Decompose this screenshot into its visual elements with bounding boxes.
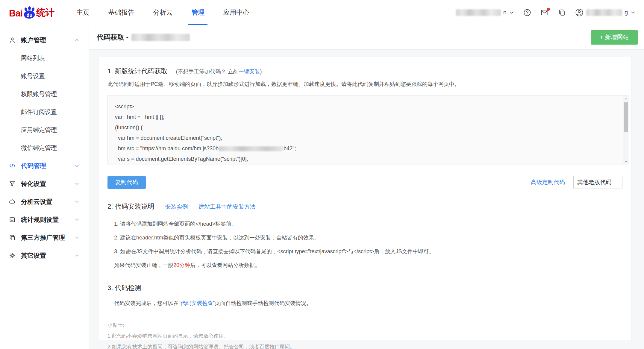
sidebar-item-label: 代码管理: [21, 162, 46, 170]
sidebar-item-app-binding[interactable]: 应用绑定管理: [0, 121, 89, 139]
help-icon: [523, 8, 531, 17]
nav-item-analytics-cloud[interactable]: 分析云: [153, 0, 173, 25]
chevron-down-icon: [74, 199, 80, 204]
sidebar: 账户管理 网站列表 账号设置 权限账号管理 邮件订阅设置 应用绑定管理 微信绑定…: [0, 25, 89, 349]
chevron-down-icon: [74, 235, 80, 240]
scroll-up-arrow-icon[interactable]: ▲: [623, 96, 629, 101]
sidebar-item-email-subscription[interactable]: 邮件订阅设置: [0, 103, 89, 121]
sidebar-item-label: 其它设置: [21, 251, 46, 260]
help-button[interactable]: [523, 8, 532, 17]
multi-account-button[interactable]: [557, 8, 566, 17]
sidebar-item-label: 分析云设置: [21, 198, 52, 206]
copy-icon: [8, 234, 16, 242]
tips-item: 1.此代码不会影响您网站页面的显示，请您放心使用。: [107, 331, 622, 342]
twenty-minutes-highlight: 20分钟: [173, 262, 190, 268]
site-builder-install-link[interactable]: 建站工具中的安装方法: [198, 203, 255, 211]
section1-header: 1. 新版统计代码获取 (不想手工添加代码？ 立刻一键安装): [107, 67, 622, 76]
copy-accounts-icon: [558, 8, 566, 17]
unread-badge-dot: [547, 8, 550, 11]
nav-item-app-center[interactable]: 应用中心: [223, 0, 249, 25]
code-install-check-link[interactable]: 代码安装检查: [181, 300, 213, 306]
logo-text-tongji: 统计: [36, 6, 54, 19]
scroll-down-arrow-icon[interactable]: ▼: [623, 159, 629, 164]
sidebar-item-analytics-cloud-settings[interactable]: 分析云设置: [0, 193, 89, 211]
redacted-site-name: [456, 9, 501, 16]
install-instructions: 1. 请将代码添加到网站全部页面的</head>标签前。 2. 建议在heade…: [114, 217, 622, 272]
install-step: 3. 如需在JS文件中调用统计分析代码，请直接去掉以下代码首尾的，<script…: [114, 245, 622, 258]
section1-description: 此代码同时适用于PC端、移动端的页面，以异步加载形式进行加载，数据更准确、加载速…: [107, 81, 622, 88]
sidebar-item-other-settings[interactable]: 其它设置: [0, 247, 89, 265]
sidebar-item-label: 第三方推广管理: [21, 233, 65, 242]
nav-item-home[interactable]: 主页: [76, 0, 90, 25]
code-actions-row: 复制代码 高级定制代码 其他老版代码: [107, 176, 622, 189]
rules-document-icon: [8, 216, 16, 224]
code-line: <script>: [115, 101, 617, 112]
install-step: 2. 建议在header.htm类似的页头模板页面中安装，以达到一处安装，全站皆…: [114, 231, 622, 245]
code-icon: [8, 162, 16, 170]
top-navbar: Bai du 统计 主页 基础报告 分析云 管理 应用中心 n: [0, 0, 644, 25]
site-switcher-dropdown[interactable]: n: [456, 9, 514, 16]
sidebar-item-label: 统计规则设置: [21, 216, 59, 224]
user-name-tail: g: [625, 9, 628, 16]
code-line: var s = document.getElementsByTagName("s…: [115, 154, 617, 164]
sidebar-item-account-settings[interactable]: 账号设置: [0, 67, 89, 85]
funnel-icon: [8, 180, 16, 188]
main-content: 代码获取 - + 新增网站 1. 新版统计代码获取 (不想手工添加代码？ 立刻一…: [89, 25, 644, 349]
sidebar-item-label: 转化设置: [21, 180, 46, 188]
sidebar-item-third-party-promotion[interactable]: 第三方推广管理: [0, 229, 89, 247]
copy-code-button[interactable]: 复制代码: [107, 176, 146, 189]
legacy-code-select[interactable]: 其他老版代码: [573, 176, 622, 189]
redacted-domain: [131, 34, 190, 41]
chevron-down-icon: [74, 163, 80, 169]
tips-block: 小贴士: 1.此代码不会影响您网站页面的显示，请您放心使用。 2.如果您有技术上…: [107, 320, 622, 349]
redacted-user-name: [586, 9, 622, 16]
sidebar-item-site-list[interactable]: 网站列表: [0, 49, 89, 67]
advanced-custom-code-link[interactable]: 高级定制代码: [531, 178, 565, 186]
tracking-code-box: <script> var _hmt = _hmt || []; (functio…: [107, 95, 629, 165]
chevron-down-icon: [74, 181, 80, 186]
sidebar-item-statistics-rules[interactable]: 统计规则设置: [0, 211, 89, 229]
baidu-tongji-logo[interactable]: Bai du 统计: [9, 6, 54, 19]
navbar-right: n: [456, 8, 636, 17]
code-acquisition-card: 1. 新版统计代码获取 (不想手工添加代码？ 立刻一键安装) 此代码同时适用于P…: [99, 57, 632, 340]
sidebar-item-code-management[interactable]: 代码管理: [0, 157, 89, 175]
add-site-button[interactable]: + 新增网站: [591, 30, 638, 45]
one-click-install-link[interactable]: 一键安装: [238, 69, 260, 75]
page-title: 代码获取 -: [97, 33, 190, 42]
section1-hint: (不想手工添加代码？ 立刻一键安装): [176, 68, 262, 75]
section3-paragraph: 代码安装完成后，您可以在“代码安装检查”页面自动检测或手动检测代码安装情况。: [114, 300, 622, 307]
code-line: var _hmt = _hmt || [];: [115, 112, 617, 122]
section1-title: 1. 新版统计代码获取: [107, 67, 167, 76]
main-nav: 主页 基础报告 分析云 管理 应用中心: [76, 0, 249, 25]
messages-button[interactable]: [540, 8, 549, 17]
code-line: var hm = document.createElement("script"…: [115, 133, 617, 143]
chevron-up-icon: [74, 37, 80, 43]
sidebar-item-account-management[interactable]: 账户管理: [0, 31, 89, 49]
sidebar-item-conversion-settings[interactable]: 转化设置: [0, 175, 89, 193]
gear-icon: [8, 252, 16, 260]
baidu-paw-icon: du: [23, 7, 36, 19]
user-menu-dropdown[interactable]: g: [575, 8, 636, 17]
tips-title: 小贴士:: [107, 320, 622, 331]
section3: 3. 代码检测 代码安装完成后，您可以在“代码安装检查”页面自动检测或手动检测代…: [107, 283, 622, 307]
logo-text-bai: Bai: [9, 8, 22, 19]
tips-item: 2.如果您有技术上的疑问，可咨询您的网站管理员、托管公司，或者百度推广顾问。: [107, 342, 622, 349]
chevron-down-icon: [74, 217, 80, 222]
code-line: hm.src = "https://hm.baidu.com/hm.js?30b…: [115, 143, 617, 154]
scrollbar-thumb[interactable]: [624, 102, 628, 132]
section2-title: 2. 代码安装说明: [107, 202, 154, 211]
install-step: 1. 请将代码添加到网站全部页面的</head>标签前。: [114, 217, 622, 231]
sidebar-item-wechat-binding[interactable]: 微信绑定管理: [0, 139, 89, 157]
install-note: 如果代码安装正确，一般20分钟后，可以查看网站分析数据。: [114, 258, 622, 272]
code-line: (function() {: [115, 122, 617, 133]
code-scrollbar[interactable]: ▲ ▼: [623, 96, 628, 164]
install-example-link[interactable]: 安装实例: [165, 203, 188, 211]
nav-item-manage[interactable]: 管理: [191, 0, 204, 25]
site-name-tail: n: [503, 9, 507, 16]
redacted-tracking-id: [219, 146, 283, 151]
section3-title: 3. 代码检测: [107, 284, 141, 292]
sidebar-item-permission-accounts[interactable]: 权限账号管理: [0, 85, 89, 103]
page-header: 代码获取 - + 新增网站: [89, 25, 644, 50]
chevron-down-icon: [509, 10, 514, 15]
nav-item-basic-reports[interactable]: 基础报告: [108, 0, 134, 25]
